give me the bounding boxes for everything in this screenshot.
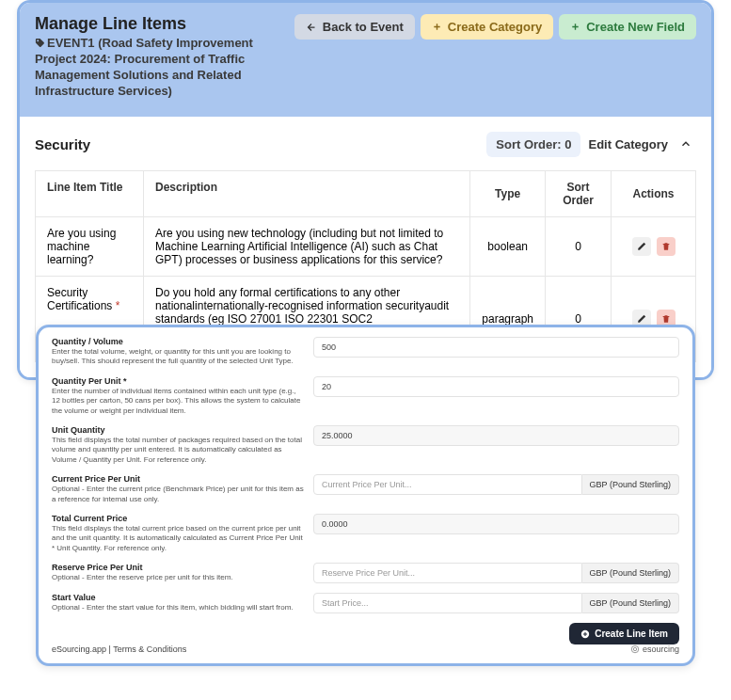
reserve-price-per-unit-label: Reserve Price Per Unit xyxy=(52,563,304,572)
quantity-per-unit-label: Quantity Per Unit * xyxy=(52,376,304,386)
quantity-per-unit-input[interactable] xyxy=(313,376,679,397)
delete-row-button[interactable] xyxy=(657,237,675,256)
back-to-event-button[interactable]: Back to Event xyxy=(294,14,415,40)
chevron-up-icon xyxy=(679,137,692,151)
trash-icon xyxy=(661,242,671,251)
footer-links: eSourcing.app | Terms & Conditions xyxy=(52,644,186,654)
unit-quantity-help: This field displays the total number of … xyxy=(52,436,304,465)
start-value-input[interactable] xyxy=(313,593,582,613)
trash-icon xyxy=(661,314,671,324)
edit-row-button[interactable] xyxy=(632,237,651,256)
table-row: Are you using machine learning? Are you … xyxy=(36,216,696,276)
quantity-volume-label: Quantity / Volume xyxy=(52,337,304,346)
total-current-price-output xyxy=(313,514,679,534)
brand-logo: esourcing xyxy=(630,644,679,654)
plus-circle-icon xyxy=(580,629,590,639)
plus-icon xyxy=(432,22,442,32)
quantity-per-unit-help: Enter the number of individual items con… xyxy=(52,387,304,416)
th-actions: Actions xyxy=(612,170,696,216)
plus-icon xyxy=(570,22,580,32)
sort-order-pill[interactable]: Sort Order: 0 xyxy=(486,132,580,157)
create-line-item-button[interactable]: Create Line Item xyxy=(569,623,679,644)
svg-point-2 xyxy=(633,647,636,650)
th-sort-order: Sort Order xyxy=(546,170,612,216)
currency-label: GBP (Pound Sterling) xyxy=(582,474,679,495)
unit-quantity-output xyxy=(313,425,679,446)
reserve-price-per-unit-help: Optional - Enter the reserve price per u… xyxy=(52,573,304,582)
th-type: Type xyxy=(470,170,546,216)
current-price-per-unit-input[interactable] xyxy=(313,474,582,495)
brand-icon xyxy=(630,644,640,654)
collapse-toggle[interactable] xyxy=(675,134,696,154)
total-current-price-label: Total Current Price xyxy=(52,514,304,523)
cell-title: Are you using machine learning? xyxy=(36,216,144,276)
cell-so: 0 xyxy=(546,216,612,276)
reserve-price-per-unit-input[interactable] xyxy=(313,563,582,583)
start-value-label: Start Value xyxy=(52,593,304,602)
th-title: Line Item Title xyxy=(36,170,144,216)
tag-icon xyxy=(35,38,45,48)
unit-quantity-label: Unit Quantity xyxy=(52,425,304,435)
bottom-card: Quantity / Volume Enter the total volume… xyxy=(36,325,695,666)
quantity-volume-input[interactable] xyxy=(313,337,679,358)
create-new-field-button[interactable]: Create New Field xyxy=(559,14,696,40)
category-title: Security xyxy=(35,136,90,152)
terms-link[interactable]: Terms & Conditions xyxy=(113,644,186,654)
total-current-price-help: This field displays the total current pr… xyxy=(52,524,304,553)
page-title: Manage Line Items xyxy=(35,14,294,34)
currency-label: GBP (Pound Sterling) xyxy=(582,563,679,583)
cell-type: boolean xyxy=(470,216,546,276)
esourcing-app-link[interactable]: eSourcing.app xyxy=(52,644,106,654)
svg-point-1 xyxy=(631,645,639,653)
event-subtitle: EVENT1 (Road Safety Improvement Project … xyxy=(35,36,294,100)
current-price-per-unit-help: Optional - Enter the current price (Benc… xyxy=(52,485,304,504)
pencil-icon xyxy=(637,242,646,251)
pencil-icon xyxy=(637,314,646,324)
start-value-help: Optional - Enter the start value for thi… xyxy=(52,603,304,612)
edit-category-link[interactable]: Edit Category xyxy=(588,137,668,151)
create-category-button[interactable]: Create Category xyxy=(421,14,553,40)
cell-desc: Are you using new technology (including … xyxy=(144,216,470,276)
currency-label: GBP (Pound Sterling) xyxy=(582,593,679,613)
quantity-volume-help: Enter the total volume, weight, or quant… xyxy=(52,347,304,367)
th-description: Description xyxy=(144,170,470,216)
current-price-per-unit-label: Current Price Per Unit xyxy=(52,474,304,484)
top-card: Manage Line Items EVENT1 (Road Safety Im… xyxy=(17,0,714,380)
arrow-left-icon xyxy=(306,22,317,33)
page-header: Manage Line Items EVENT1 (Road Safety Im… xyxy=(20,3,711,117)
